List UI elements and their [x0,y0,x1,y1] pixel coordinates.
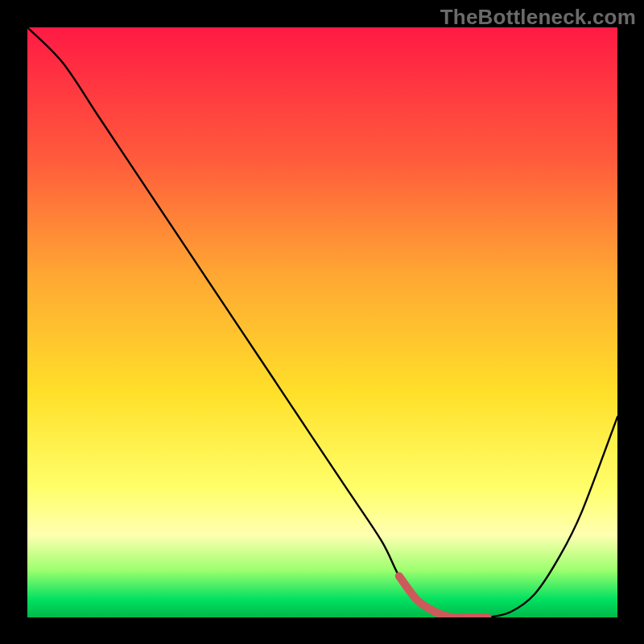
bottleneck-curve-path [27,27,617,617]
watermark-text: TheBottleneck.com [440,5,636,30]
chart-frame: TheBottleneck.com [0,0,644,644]
plot-area [27,27,617,617]
curve-svg [27,27,617,617]
bottleneck-highlight-path [399,576,488,617]
